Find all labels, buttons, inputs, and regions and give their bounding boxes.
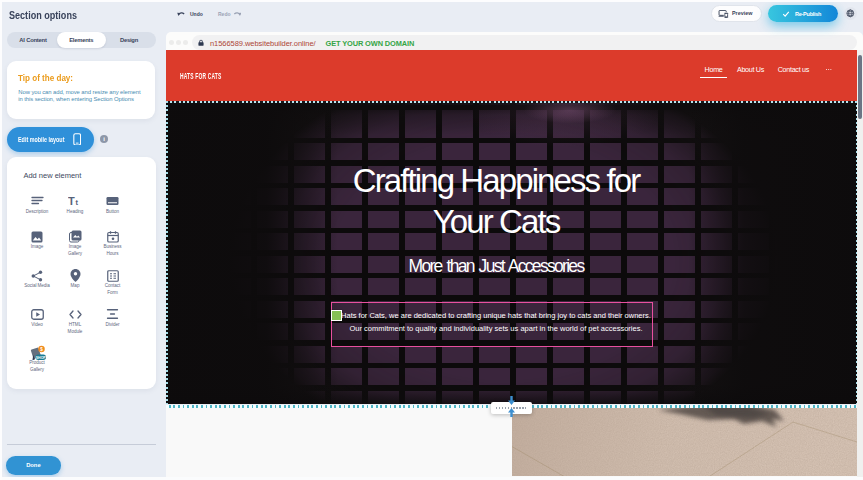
svg-text:t: t [76, 198, 79, 207]
svg-text:T: T [68, 195, 75, 207]
